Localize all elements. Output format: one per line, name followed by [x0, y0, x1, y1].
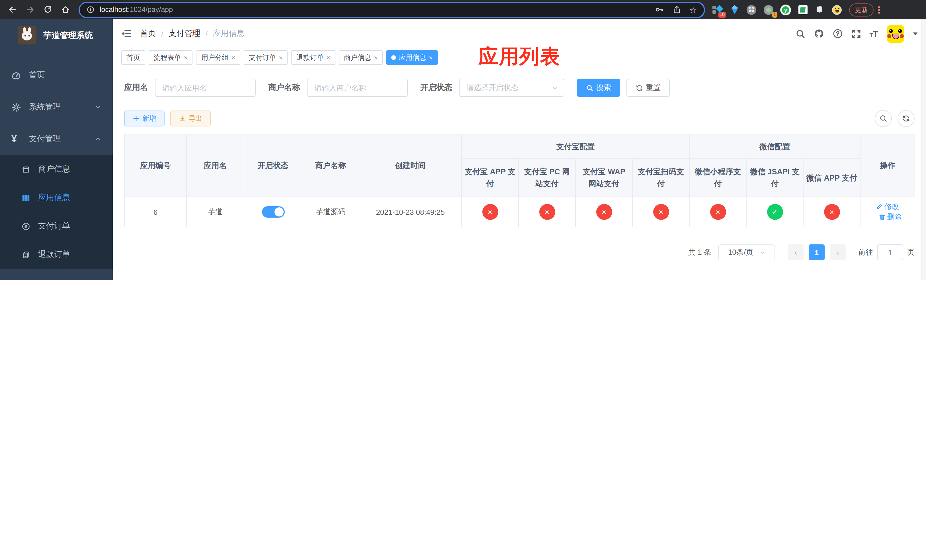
col-header-id: 应用编号 — [124, 134, 186, 197]
toggle-search-button[interactable] — [875, 110, 892, 127]
extension-gem-icon[interactable] — [729, 4, 740, 15]
pagination: 共 1 条 10条/页 ‹ 1 › 前往 页 — [124, 244, 915, 260]
breadcrumb-pay[interactable]: 支付管理 — [169, 29, 200, 39]
sidebar-item-infra[interactable]: 基础设施 — [0, 269, 113, 280]
tab-close-icon[interactable]: × — [327, 54, 330, 61]
extension-emoji-icon[interactable] — [831, 4, 842, 15]
sidebar-item-pay[interactable]: ¥ 支付管理 — [0, 123, 113, 155]
search-button[interactable]: 搜索 — [577, 79, 620, 97]
password-key-icon[interactable] — [655, 5, 664, 14]
app-name-label: 应用名 — [124, 83, 148, 93]
reset-button[interactable]: 重置 — [626, 79, 670, 97]
breadcrumb-current: 应用信息 — [213, 29, 245, 39]
delete-link[interactable]: 删除 — [878, 212, 902, 222]
window-scrollbar[interactable] — [921, 20, 926, 280]
app-name-input[interactable] — [155, 79, 256, 97]
enabled-toggle[interactable] — [262, 206, 284, 218]
extension-flag-icon[interactable] — [797, 4, 808, 15]
help-icon[interactable] — [832, 29, 843, 39]
sidebar-collapse-icon[interactable] — [121, 29, 132, 38]
channel-status-icon: × — [539, 204, 555, 220]
cell-channel: × — [803, 197, 860, 227]
browser-menu-icon[interactable] — [878, 6, 880, 14]
header-search-icon[interactable] — [795, 29, 805, 38]
cell-channel: × — [689, 197, 746, 227]
col-header-merchant: 商户名称 — [302, 134, 359, 197]
sidebar-item-home[interactable]: 首页 — [0, 59, 113, 91]
tab[interactable]: 用户分组× — [196, 50, 240, 65]
refresh-button[interactable] — [897, 110, 915, 127]
tab[interactable]: 首页 — [121, 50, 145, 65]
channel-status-icon: ✓ — [767, 204, 783, 220]
fullscreen-icon[interactable] — [851, 29, 861, 38]
col-header-created: 创建时间 — [359, 134, 461, 197]
page-number-button[interactable]: 1 — [809, 244, 825, 260]
app-logo-row[interactable]: 芋道管理系统 — [0, 20, 113, 51]
tab-close-icon[interactable]: × — [374, 54, 378, 61]
sidebar-item-refund-order[interactable]: 退款订单 — [0, 241, 113, 269]
tab-label: 商户信息 — [344, 53, 371, 62]
sidebar-item-merchant[interactable]: 商户信息 — [0, 155, 113, 183]
col-header-channel: 微信小程序支付 — [689, 159, 746, 197]
col-header-channel: 支付宝扫码支付 — [632, 159, 689, 197]
col-header-name: 应用名 — [186, 134, 244, 197]
table-toolbar: 新增 导出 — [124, 110, 915, 127]
share-icon[interactable] — [672, 5, 681, 14]
extension-puzzle-icon[interactable] — [814, 4, 825, 15]
export-button[interactable]: 导出 — [170, 110, 211, 127]
tab[interactable]: 应用信息× — [386, 50, 438, 65]
browser-update-button[interactable]: 更新 — [849, 3, 874, 16]
extension-pin-icon[interactable]: 10 — [712, 4, 723, 15]
breadcrumb-home[interactable]: 首页 — [140, 29, 156, 39]
tab-close-icon[interactable]: × — [184, 54, 188, 61]
tab[interactable]: 支付订单× — [244, 50, 288, 65]
tab-close-icon[interactable]: × — [429, 54, 433, 61]
merchant-name-label: 商户名称 — [268, 83, 300, 93]
next-page-button[interactable]: › — [830, 244, 846, 260]
font-size-icon[interactable]: TT — [869, 29, 878, 38]
cell-channel: × — [519, 197, 575, 227]
browser-back-icon[interactable] — [6, 3, 20, 17]
app-table: 应用编号 应用名 开启状态 商户名称 创建时间 支付宝配置 微信配置 操作 支付… — [124, 134, 915, 227]
site-info-icon[interactable] — [86, 6, 95, 14]
github-icon[interactable] — [814, 29, 824, 39]
extension-recorder-icon[interactable]: 1 — [763, 4, 774, 15]
browser-forward-icon[interactable] — [23, 3, 37, 17]
gear-icon — [11, 102, 21, 112]
extension-command-icon[interactable]: ⌘ — [746, 4, 757, 15]
tab-close-icon[interactable]: × — [232, 54, 235, 61]
col-header-channel: 微信 JSAPI 支付 — [746, 159, 803, 197]
page-size-select[interactable]: 10条/页 — [718, 244, 775, 260]
prev-page-button[interactable]: ‹ — [788, 244, 803, 260]
page-content: 应用名 商户名称 开启状态 请选择开启状态 搜索 — [113, 67, 926, 280]
sidebar-item-app[interactable]: 应用信息 — [0, 183, 113, 212]
channel-status-icon: × — [653, 204, 669, 220]
browser-reload-icon[interactable] — [41, 3, 54, 17]
status-select[interactable]: 请选择开启状态 — [459, 79, 564, 97]
goto-label: 前往 — [858, 247, 873, 257]
add-button[interactable]: 新增 — [124, 110, 165, 127]
navbar-actions: TT — [795, 25, 917, 42]
sidebar-item-system[interactable]: 系统管理 — [0, 91, 113, 123]
goto-page-input[interactable] — [877, 244, 903, 260]
edit-link[interactable]: 修改 — [876, 202, 899, 212]
browser-home-icon[interactable] — [59, 3, 72, 17]
address-bar[interactable]: localhost:1024/pay/app ☆ — [80, 3, 704, 17]
status-label: 开启状态 — [420, 83, 452, 93]
tab-label: 应用信息 — [399, 53, 426, 62]
avatar[interactable] — [887, 25, 904, 42]
tab-label: 退款订单 — [297, 53, 324, 62]
tab-close-icon[interactable]: × — [279, 54, 283, 61]
col-group-wechat: 微信配置 — [689, 134, 860, 159]
sidebar-item-pay-order[interactable]: 支付订单 — [0, 212, 113, 241]
yen-icon: ¥ — [11, 133, 21, 145]
merchant-name-input[interactable] — [307, 79, 408, 97]
extension-y-icon[interactable]: y — [780, 4, 791, 15]
tab[interactable]: 流程表单× — [149, 50, 193, 65]
bookmark-star-icon[interactable]: ☆ — [689, 5, 697, 14]
tab[interactable]: 退款订单× — [291, 50, 336, 65]
cell-created: 2021-10-23 08:49:25 — [359, 197, 461, 227]
avatar-caret-icon[interactable] — [913, 32, 917, 35]
breadcrumb: 首页 / 支付管理 / 应用信息 — [140, 29, 245, 39]
tab[interactable]: 商户信息× — [339, 50, 383, 65]
